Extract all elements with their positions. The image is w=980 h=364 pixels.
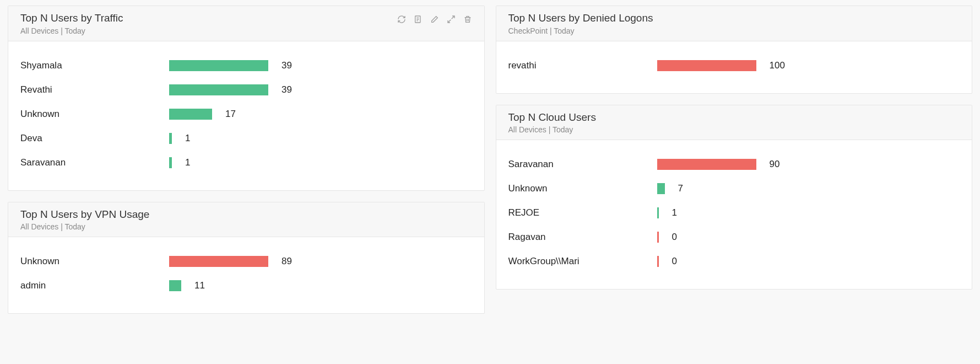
panel-traffic-header: Top N Users by Traffic All Devices | Tod… (8, 6, 484, 41)
panel-cloud-titles: Top N Cloud Users All Devices | Today (508, 111, 596, 135)
bar-fill (657, 60, 756, 71)
bar-row: Shyamala39 (20, 53, 472, 78)
edit-icon[interactable] (430, 15, 439, 24)
panel-denied-titles: Top N Users by Denied Logons CheckPoint … (508, 12, 653, 35)
bar-value: 17 (225, 109, 236, 120)
bar-label: revathi (508, 60, 657, 71)
bar-row: Unknown7 (508, 176, 960, 201)
bar-track (169, 84, 268, 95)
delete-icon[interactable] (463, 15, 472, 24)
bar-row: Saravanan1 (20, 151, 472, 175)
panel-cloud-subtitle: All Devices | Today (508, 125, 596, 134)
bar-label: WorkGroup\\Mari (508, 256, 657, 267)
bar-label: Shyamala (20, 60, 169, 71)
bar-track (657, 159, 756, 170)
bar-label: Ragavan (508, 232, 657, 243)
panel-vpn-header: Top N Users by VPN Usage All Devices | T… (8, 202, 484, 238)
bar-value: 1 (185, 157, 190, 168)
bar-track (657, 256, 659, 267)
bar-fill (169, 109, 212, 120)
bar-fill (657, 183, 665, 194)
bar-track (169, 157, 172, 168)
panel-vpn-titles: Top N Users by VPN Usage All Devices | T… (20, 208, 149, 232)
panel-denied-header: Top N Users by Denied Logons CheckPoint … (496, 6, 972, 41)
bar-fill (169, 60, 268, 71)
bar-track (657, 232, 659, 243)
panel-traffic: Top N Users by Traffic All Devices | Tod… (8, 6, 485, 191)
bar-row: WorkGroup\\Mari0 (508, 249, 960, 274)
panel-traffic-body: Shyamala39Revathi39Unknown17Deva1Saravan… (8, 41, 484, 190)
panel-cloud-body: Saravanan90Unknown7REJOE1Ragavan0WorkGro… (496, 140, 972, 289)
bar-label: Unknown (20, 109, 169, 120)
bar-label: REJOE (508, 207, 657, 218)
bar-track (657, 183, 665, 194)
bar-fill (169, 256, 268, 267)
bar-value: 1 (185, 133, 190, 144)
panel-traffic-title: Top N Users by Traffic (20, 12, 123, 25)
bar-row: Unknown89 (20, 249, 472, 274)
expand-icon[interactable] (447, 15, 456, 24)
bar-label: Unknown (20, 256, 169, 267)
panel-denied-subtitle: CheckPoint | Today (508, 26, 653, 35)
panel-traffic-subtitle: All Devices | Today (20, 26, 123, 35)
bar-track (169, 256, 268, 267)
bar-track (169, 280, 181, 291)
bar-value: 0 (672, 256, 677, 267)
bar-row: Deva1 (20, 126, 472, 151)
bar-fill (657, 207, 659, 218)
panel-cloud-title: Top N Cloud Users (508, 111, 596, 125)
panel-cloud-header: Top N Cloud Users All Devices | Today (496, 105, 972, 141)
bar-value: 7 (678, 183, 683, 194)
panel-denied-title: Top N Users by Denied Logons (508, 12, 653, 25)
bar-value: 39 (281, 84, 292, 95)
panel-vpn-body: Unknown89admin11 (8, 237, 484, 313)
dashboard: Top N Users by Traffic All Devices | Tod… (0, 0, 980, 319)
bar-value: 0 (672, 232, 677, 243)
bar-fill (169, 157, 172, 168)
panel-traffic-titles: Top N Users by Traffic All Devices | Tod… (20, 12, 123, 35)
bar-fill (657, 232, 659, 243)
panel-denied-body: revathi100 (496, 41, 972, 93)
bar-value: 100 (770, 60, 785, 71)
export-icon[interactable] (414, 15, 423, 24)
panel-traffic-actions (397, 12, 472, 24)
bar-row: Unknown17 (20, 102, 472, 126)
right-column: Top N Users by Denied Logons CheckPoint … (496, 6, 973, 314)
panel-cloud: Top N Cloud Users All Devices | Today Sa… (496, 105, 973, 290)
bar-label: Revathi (20, 84, 169, 95)
bar-track (169, 109, 212, 120)
bar-track (169, 60, 268, 71)
refresh-icon[interactable] (397, 15, 406, 24)
bar-label: Unknown (508, 183, 657, 194)
panel-denied: Top N Users by Denied Logons CheckPoint … (496, 6, 973, 94)
bar-fill (657, 159, 756, 170)
bar-fill (169, 133, 172, 144)
left-column: Top N Users by Traffic All Devices | Tod… (8, 6, 485, 314)
panel-vpn: Top N Users by VPN Usage All Devices | T… (8, 202, 485, 314)
bar-fill (169, 84, 268, 95)
bar-fill (169, 280, 181, 291)
panel-vpn-subtitle: All Devices | Today (20, 222, 149, 231)
bar-label: admin (20, 280, 169, 291)
bar-row: Saravanan90 (508, 152, 960, 176)
bar-value: 39 (281, 60, 292, 71)
bar-row: Revathi39 (20, 78, 472, 102)
bar-row: Ragavan0 (508, 225, 960, 249)
bar-value: 1 (672, 207, 677, 218)
bar-value: 89 (281, 256, 292, 267)
bar-track (657, 207, 659, 218)
bar-track (169, 133, 172, 144)
bar-label: Deva (20, 133, 169, 144)
bar-label: Saravanan (20, 157, 169, 168)
panel-vpn-title: Top N Users by VPN Usage (20, 208, 149, 222)
bar-value: 11 (194, 280, 205, 291)
bar-fill (657, 256, 659, 267)
bar-value: 90 (770, 159, 780, 170)
bar-row: REJOE1 (508, 201, 960, 225)
bar-label: Saravanan (508, 159, 657, 170)
bar-row: admin11 (20, 274, 472, 298)
bar-row: revathi100 (508, 53, 960, 78)
bar-track (657, 60, 756, 71)
